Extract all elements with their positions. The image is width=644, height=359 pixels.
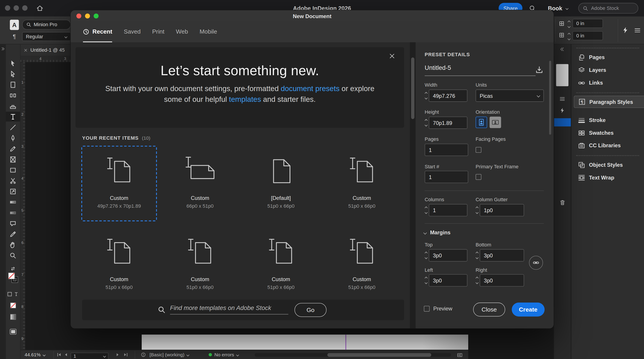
save-preset-icon[interactable] bbox=[536, 66, 543, 73]
panel-tab-text-wrap[interactable]: Text Wrap bbox=[571, 171, 644, 184]
free-transform-tool[interactable] bbox=[6, 186, 20, 196]
dock-drag-handle[interactable] bbox=[576, 92, 639, 93]
tab-web[interactable]: Web bbox=[176, 22, 188, 42]
window-close-button[interactable] bbox=[5, 5, 10, 11]
recent-item-card[interactable]: Custom 66p0 x 51p0 bbox=[162, 146, 238, 221]
start-page-input[interactable]: 1 bbox=[425, 171, 468, 183]
apply-none-button[interactable] bbox=[6, 301, 20, 311]
content-collector-tool[interactable] bbox=[6, 101, 20, 111]
height-input[interactable]: 70p1.89 bbox=[429, 117, 467, 129]
offset-x-input[interactable]: 0 in bbox=[572, 19, 603, 28]
tab-print[interactable]: Print bbox=[152, 22, 164, 42]
recent-item-card[interactable]: Custom 49p7.276 x 70p1.89 bbox=[81, 146, 157, 221]
offset-y-input[interactable]: 0 in bbox=[572, 31, 603, 40]
dock-drag-handle[interactable] bbox=[576, 155, 639, 156]
templates-link[interactable]: templates bbox=[229, 95, 261, 104]
document-page[interactable] bbox=[142, 335, 468, 350]
height-stepper[interactable] bbox=[423, 117, 429, 129]
orientation-landscape-button[interactable] bbox=[490, 117, 501, 128]
direct-selection-tool[interactable] bbox=[6, 69, 20, 79]
preflight-profile-dropdown[interactable]: [Basic] (working) bbox=[150, 350, 189, 359]
type-tool[interactable] bbox=[6, 112, 20, 121]
lightning-icon[interactable] bbox=[559, 108, 565, 113]
offset-x-stepper[interactable] bbox=[566, 18, 572, 30]
create-button[interactable]: Create bbox=[512, 303, 544, 317]
paragraph-formatting-toggle[interactable]: ¶ bbox=[10, 32, 19, 41]
scrollbar-thumb[interactable] bbox=[549, 61, 551, 134]
offset-y-stepper[interactable] bbox=[566, 30, 572, 43]
expand-dock-icon[interactable] bbox=[1, 47, 5, 51]
font-family-input[interactable]: Minion Pro bbox=[22, 20, 70, 29]
link-margins-button[interactable] bbox=[529, 256, 543, 270]
note-tool[interactable] bbox=[6, 218, 20, 228]
columns-input[interactable]: 1 bbox=[429, 204, 467, 216]
rectangle-tool[interactable] bbox=[6, 165, 20, 175]
facing-pages-checkbox[interactable] bbox=[476, 147, 482, 153]
pen-tool[interactable] bbox=[6, 133, 20, 143]
rectangle-frame-tool[interactable] bbox=[6, 154, 20, 164]
formatting-affects-buttons[interactable] bbox=[6, 289, 20, 299]
recent-item-card[interactable]: Custom 51p0 x 66p0 bbox=[324, 227, 400, 302]
recent-item-card[interactable]: [Default] 51p0 x 66p0 bbox=[243, 146, 319, 221]
fill-swatch-none[interactable] bbox=[8, 273, 15, 279]
preview-toggle[interactable]: Preview bbox=[424, 306, 452, 312]
next-page-button[interactable] bbox=[115, 353, 120, 357]
close-button[interactable]: Close bbox=[473, 303, 505, 317]
selection-tool[interactable] bbox=[6, 58, 20, 68]
adobe-stock-search-input[interactable]: Adobe Stock bbox=[578, 3, 638, 14]
zoom-level-dropdown[interactable]: 44.61% bbox=[25, 350, 45, 359]
units-dropdown[interactable]: Picas bbox=[476, 89, 544, 102]
first-page-button[interactable] bbox=[57, 353, 62, 357]
window-minimize-button[interactable] bbox=[14, 5, 19, 11]
column-gutter-stepper[interactable] bbox=[474, 204, 480, 216]
panel-menu-icon[interactable] bbox=[634, 27, 641, 33]
panel-tab-cc-libraries[interactable]: CC Libraries bbox=[571, 139, 644, 152]
preflight-status-dropdown[interactable]: No errors bbox=[209, 350, 239, 359]
margin-bottom-input[interactable]: 3p0 bbox=[480, 249, 524, 261]
screen-mode-button[interactable] bbox=[6, 327, 20, 337]
recent-item-card[interactable]: Custom 51p0 x 66p0 bbox=[81, 227, 157, 302]
horizontal-scrollbar-thumb[interactable] bbox=[327, 353, 431, 357]
margin-top-input[interactable]: 3p0 bbox=[429, 249, 467, 261]
page-thumbnail[interactable] bbox=[556, 64, 568, 86]
margin-right-stepper[interactable] bbox=[474, 274, 480, 287]
dialog-minimize-traffic-button[interactable] bbox=[85, 14, 90, 18]
margin-left-input[interactable]: 3p0 bbox=[429, 274, 467, 287]
hand-tool[interactable] bbox=[6, 240, 20, 250]
trash-icon[interactable] bbox=[559, 199, 566, 206]
panel-tab-layers[interactable]: Layers bbox=[571, 63, 644, 76]
tab-recent[interactable]: Recent bbox=[83, 22, 112, 42]
font-style-dropdown[interactable]: Regular bbox=[22, 32, 70, 41]
tab-saved[interactable]: Saved bbox=[124, 22, 140, 42]
recent-item-card[interactable]: Custom 51p0 x 66p0 bbox=[324, 146, 400, 221]
pencil-tool[interactable] bbox=[6, 144, 20, 154]
home-icon[interactable] bbox=[36, 4, 44, 12]
pages-grip-icon[interactable] bbox=[457, 352, 463, 358]
quick-apply-lightning-icon[interactable] bbox=[622, 27, 629, 33]
pages-input[interactable]: 1 bbox=[425, 144, 468, 156]
margin-left-stepper[interactable] bbox=[423, 274, 429, 287]
margins-section-toggle[interactable]: Margins bbox=[424, 229, 450, 236]
dock-drag-handle[interactable] bbox=[576, 48, 639, 48]
page-tool[interactable] bbox=[6, 80, 20, 89]
stock-search-input[interactable]: Find more templates on Adobe Stock bbox=[170, 304, 288, 315]
line-tool[interactable] bbox=[6, 122, 20, 132]
margin-right-input[interactable]: 3p0 bbox=[480, 274, 524, 287]
tab-mobile[interactable]: Mobile bbox=[200, 22, 217, 42]
go-button[interactable]: Go bbox=[294, 303, 326, 317]
horizontal-scrollbar-track[interactable] bbox=[254, 353, 451, 357]
character-formatting-toggle[interactable]: A bbox=[10, 20, 19, 30]
close-icon[interactable] bbox=[389, 53, 395, 59]
gradient-swatch-tool[interactable] bbox=[6, 197, 20, 207]
preview-checkbox[interactable] bbox=[424, 306, 430, 312]
window-zoom-button[interactable] bbox=[22, 5, 28, 11]
scissors-tool[interactable] bbox=[6, 176, 20, 186]
panel-tab-object-styles[interactable]: Object Styles bbox=[571, 158, 644, 171]
fill-stroke-swatches[interactable] bbox=[8, 273, 18, 283]
recent-item-card[interactable]: Custom 51p0 x 66p0 bbox=[243, 227, 319, 302]
gradient-feather-tool[interactable] bbox=[6, 208, 20, 218]
document-presets-link[interactable]: document presets bbox=[281, 85, 340, 93]
orientation-portrait-button[interactable] bbox=[476, 117, 487, 128]
zoom-tool[interactable] bbox=[6, 250, 20, 260]
eyedropper-tool[interactable] bbox=[6, 229, 20, 239]
